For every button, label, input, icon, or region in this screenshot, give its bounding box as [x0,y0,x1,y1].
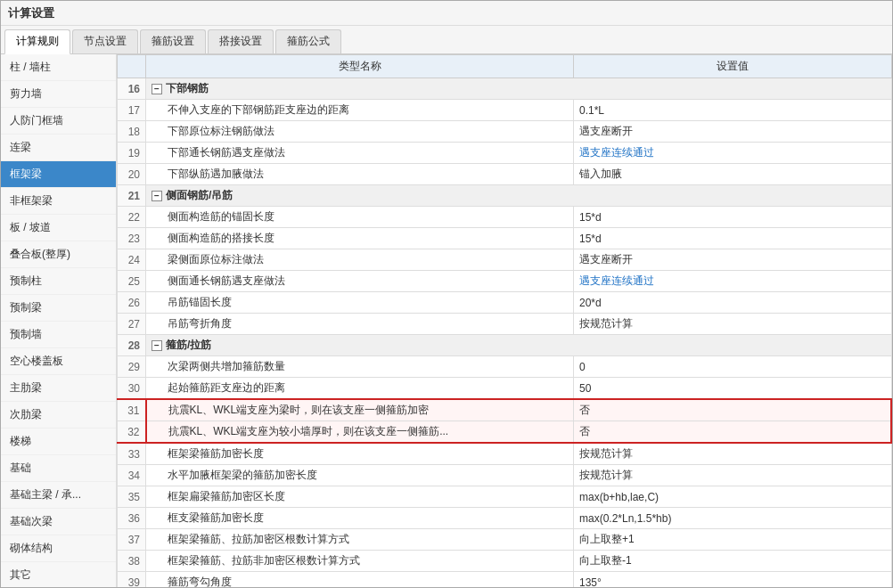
row-value[interactable]: 20*d [574,292,892,314]
row-value[interactable]: 按规范计算 [574,443,892,465]
tab-1[interactable]: 节点设置 [72,29,138,53]
table-row[interactable]: 29次梁两侧共增加箍筋数量0 [118,356,892,378]
table-row[interactable]: 18下部原位标注钢筋做法遇支座断开 [118,121,892,143]
table-row[interactable]: 32抗震KL、WKL端支座为较小墙厚时，则在该支座一侧箍筋...否 [118,421,892,444]
sidebar-item-12[interactable]: 主肋梁 [1,375,116,402]
table-row[interactable]: 24梁侧面原位标注做法遇支座断开 [118,249,892,271]
row-value[interactable]: max(b+hb,lae,C) [574,486,892,508]
table-row[interactable]: 16−下部钢筋 [118,78,892,100]
table-row[interactable]: 30起始箍筋距支座边的距离50 [118,378,892,400]
row-number: 36 [118,508,146,529]
row-value[interactable]: 遇支座断开 [574,121,892,143]
col-num-header [118,55,146,78]
table-row[interactable]: 35框架扁梁箍筋加密区长度max(b+hb,lae,C) [118,486,892,508]
table-row[interactable]: 27吊筋弯折角度按规范计算 [118,314,892,335]
row-number: 18 [118,121,146,143]
table-row[interactable]: 38框架梁箍筋、拉筋非加密区根数计算方式向上取整-1 [118,551,892,572]
row-value[interactable]: 15*d [574,228,892,249]
row-name: 侧面构造筋的搭接长度 [146,228,574,249]
expand-icon[interactable]: − [152,84,162,94]
tab-2[interactable]: 箍筋设置 [140,29,206,53]
row-value[interactable]: 遇支座断开 [574,249,892,271]
sidebar-item-0[interactable]: 柱 / 墙柱 [1,54,116,81]
row-number: 26 [118,292,146,314]
row-name: 水平加腋框架梁的箍筋加密长度 [146,465,574,486]
table-row[interactable]: 21−侧面钢筋/吊筋 [118,185,892,207]
table-row[interactable]: 31抗震KL、WKL端支座为梁时，则在该支座一侧箍筋加密否 [118,399,892,421]
sidebar-item-17[interactable]: 基础次梁 [1,509,116,535]
sidebar-item-9[interactable]: 预制梁 [1,295,116,322]
col-value-header: 设置值 [574,55,892,78]
row-value[interactable]: 0 [574,356,892,378]
table-row[interactable]: 26吊筋锚固长度20*d [118,292,892,314]
main-window: 计算设置 计算规则节点设置箍筋设置搭接设置箍筋公式 柱 / 墙柱剪力墙人防门框墙… [0,0,893,588]
table-row[interactable]: 25侧面通长钢筋遇支座做法遇支座连续通过 [118,271,892,292]
expand-icon[interactable]: − [152,340,162,351]
row-name: 箍筋弯勾角度 [146,572,574,588]
row-value[interactable]: 按规范计算 [574,465,892,486]
sidebar-item-14[interactable]: 楼梯 [1,429,116,455]
row-name: 下部通长钢筋遇支座做法 [146,143,574,164]
tab-0[interactable]: 计算规则 [4,29,70,54]
sidebar-item-7[interactable]: 叠合板(整厚) [1,241,116,268]
sidebar-item-19[interactable]: 其它 [1,562,116,587]
expand-icon[interactable]: − [152,191,162,201]
sidebar-item-13[interactable]: 次肋梁 [1,402,116,429]
row-name: 梁侧面原位标注做法 [146,249,574,271]
row-value[interactable]: 向上取整-1 [574,551,892,572]
row-value[interactable]: 按规范计算 [574,314,892,335]
row-value[interactable]: 遇支座连续通过 [574,271,892,292]
row-number: 24 [118,249,146,271]
sidebar-item-4[interactable]: 框架梁 [1,161,116,188]
table-row[interactable]: 23侧面构造筋的搭接长度15*d [118,228,892,249]
row-number: 33 [118,443,146,465]
row-value[interactable]: 否 [574,421,892,444]
sidebar-item-3[interactable]: 连梁 [1,135,116,161]
row-name: 框架梁箍筋、拉筋加密区根数计算方式 [146,529,574,551]
sidebar-item-8[interactable]: 预制柱 [1,268,116,295]
row-name: 抗震KL、WKL端支座为梁时，则在该支座一侧箍筋加密 [146,399,574,421]
table-row[interactable]: 20下部纵筋遇加腋做法锚入加腋 [118,164,892,185]
row-value[interactable]: max(0.2*Ln,1.5*hb) [574,508,892,529]
row-name: 框架扁梁箍筋加密区长度 [146,486,574,508]
sidebar-item-18[interactable]: 砌体结构 [1,535,116,562]
table-row[interactable]: 37框架梁箍筋、拉筋加密区根数计算方式向上取整+1 [118,529,892,551]
table-row[interactable]: 19下部通长钢筋遇支座做法遇支座连续通过 [118,143,892,164]
table-row[interactable]: 34水平加腋框架梁的箍筋加密长度按规范计算 [118,465,892,486]
table-row[interactable]: 22侧面构造筋的锚固长度15*d [118,207,892,228]
table-row[interactable]: 28−箍筋/拉筋 [118,335,892,356]
sidebar-item-16[interactable]: 基础主梁 / 承... [1,482,116,509]
sidebar-item-1[interactable]: 剪力墙 [1,81,116,108]
row-value[interactable]: 0.1*L [574,100,892,121]
row-number: 21 [118,185,146,207]
row-number: 22 [118,207,146,228]
row-name: 框架梁箍筋加密长度 [146,443,574,465]
row-name: 抗震KL、WKL端支座为较小墙厚时，则在该支座一侧箍筋... [146,421,574,444]
row-value[interactable]: 向上取整+1 [574,529,892,551]
row-number: 19 [118,143,146,164]
row-value[interactable]: 否 [574,399,892,421]
table-row[interactable]: 33框架梁箍筋加密长度按规范计算 [118,443,892,465]
row-number: 37 [118,529,146,551]
sidebar-item-11[interactable]: 空心楼盖板 [1,348,116,375]
row-value[interactable]: 135° [574,572,892,588]
row-name: 吊筋弯折角度 [146,314,574,335]
row-number: 30 [118,378,146,400]
table-area[interactable]: 类型名称 设置值 16−下部钢筋17不伸入支座的下部钢筋距支座边的距离0.1*L… [117,54,892,587]
tabs-bar: 计算规则节点设置箍筋设置搭接设置箍筋公式 [1,26,892,54]
sidebar-item-6[interactable]: 板 / 坡道 [1,215,116,241]
tab-3[interactable]: 搭接设置 [208,29,274,53]
sidebar-item-2[interactable]: 人防门框墙 [1,108,116,135]
row-value[interactable]: 50 [574,378,892,400]
table-row[interactable]: 39箍筋弯勾角度135° [118,572,892,588]
row-number: 38 [118,551,146,572]
table-row[interactable]: 36框支梁箍筋加密长度max(0.2*Ln,1.5*hb) [118,508,892,529]
sidebar-item-10[interactable]: 预制墙 [1,322,116,348]
tab-4[interactable]: 箍筋公式 [275,29,341,53]
sidebar-item-5[interactable]: 非框架梁 [1,188,116,215]
row-value[interactable]: 遇支座连续通过 [574,143,892,164]
row-value[interactable]: 15*d [574,207,892,228]
row-value[interactable]: 锚入加腋 [574,164,892,185]
table-row[interactable]: 17不伸入支座的下部钢筋距支座边的距离0.1*L [118,100,892,121]
sidebar-item-15[interactable]: 基础 [1,455,116,482]
